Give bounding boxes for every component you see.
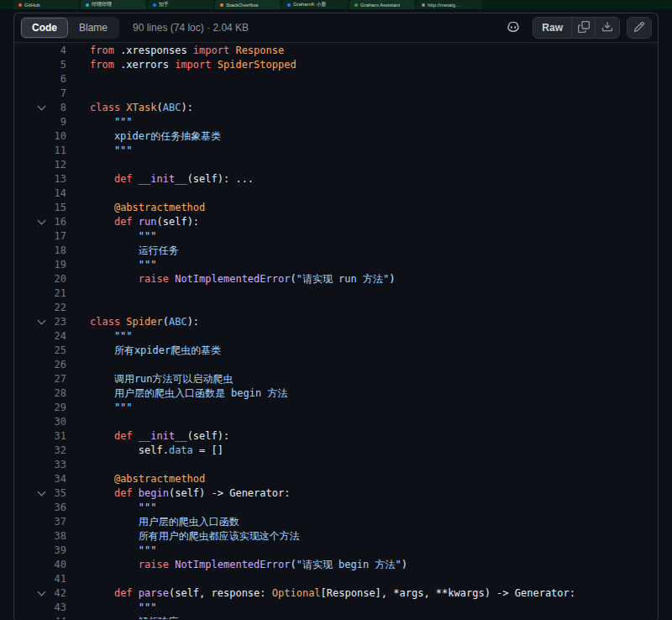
browser-tab[interactable]: 哔哩哔哩 bbox=[81, 0, 146, 9]
line-number[interactable]: 21 bbox=[48, 286, 66, 301]
browser-tab[interactable]: GitHub bbox=[13, 0, 79, 9]
fold-chevron-placeholder bbox=[34, 444, 48, 458]
line-number[interactable]: 28 bbox=[48, 386, 66, 401]
code-line: 24 """ bbox=[14, 329, 658, 344]
code-line-text: from .xresponses import Response bbox=[90, 44, 284, 58]
fold-chevron-placeholder bbox=[34, 386, 48, 401]
copilot-button[interactable] bbox=[501, 17, 526, 39]
line-number[interactable]: 37 bbox=[48, 515, 66, 529]
fold-chevron-icon[interactable] bbox=[34, 586, 48, 601]
line-number[interactable]: 34 bbox=[48, 472, 66, 486]
fold-chevron-icon[interactable] bbox=[34, 215, 48, 229]
browser-tab-bar: GitHub哔哩哔哩知乎StackOverflowGrahamK 小册Graha… bbox=[0, 0, 672, 9]
line-number[interactable]: 7 bbox=[48, 87, 66, 101]
download-icon bbox=[601, 21, 613, 35]
code-line-text: 运行任务 bbox=[90, 244, 179, 258]
code-line: 11 """ bbox=[14, 144, 658, 158]
line-number[interactable]: 31 bbox=[48, 429, 66, 444]
line-number[interactable]: 39 bbox=[48, 544, 66, 558]
fold-chevron-placeholder bbox=[34, 72, 48, 87]
browser-tab[interactable]: GrahamK 小册 bbox=[282, 0, 348, 9]
line-number[interactable]: 6 bbox=[48, 72, 66, 87]
code-line-text: 所有用户的爬虫都应该实现这个方法 bbox=[90, 529, 300, 544]
line-number[interactable]: 15 bbox=[48, 201, 66, 215]
tab-title: http://metalg… bbox=[428, 3, 460, 8]
line-number[interactable]: 30 bbox=[48, 415, 66, 429]
code-line-text: raise NotImplementedError("请实现 run 方法") bbox=[90, 272, 395, 286]
code-line: 18 运行任务 bbox=[14, 244, 658, 258]
line-number[interactable]: 38 bbox=[48, 529, 66, 544]
line-number[interactable]: 8 bbox=[48, 101, 66, 115]
line-number[interactable]: 26 bbox=[48, 358, 66, 372]
line-number[interactable]: 40 bbox=[48, 558, 66, 572]
code-line-text: """ bbox=[90, 544, 156, 558]
line-number[interactable]: 35 bbox=[48, 486, 66, 501]
tab-title: GrahamK 小册 bbox=[293, 1, 326, 8]
code-line-text: 所有xpider爬虫的基类 bbox=[90, 344, 221, 358]
browser-tab[interactable]: StackOverflow bbox=[215, 0, 281, 9]
line-number[interactable]: 32 bbox=[48, 444, 66, 458]
line-number[interactable]: 22 bbox=[48, 301, 66, 315]
browser-tab[interactable]: Graham Assistant bbox=[349, 0, 415, 9]
code-line: 8class XTask(ABC): bbox=[14, 101, 658, 115]
line-number[interactable]: 4 bbox=[48, 44, 66, 58]
line-number[interactable]: 17 bbox=[48, 229, 66, 244]
line-number[interactable]: 27 bbox=[48, 372, 66, 386]
copy-raw-button[interactable] bbox=[572, 18, 596, 38]
browser-tab[interactable]: http://metalg… bbox=[417, 0, 482, 9]
file-actions: Raw bbox=[501, 17, 652, 39]
line-number[interactable]: 12 bbox=[48, 158, 66, 172]
fold-chevron-placeholder bbox=[34, 344, 48, 358]
line-number[interactable]: 43 bbox=[48, 601, 66, 615]
line-number[interactable]: 33 bbox=[48, 458, 66, 472]
fold-chevron-icon[interactable] bbox=[34, 315, 48, 329]
tab-blame[interactable]: Blame bbox=[68, 18, 118, 38]
line-number[interactable]: 13 bbox=[48, 172, 66, 187]
github-page: Code Blame 90 lines (74 loc) · 2.04 KB R bbox=[0, 9, 672, 619]
line-number[interactable]: 23 bbox=[48, 315, 66, 329]
tab-favicon bbox=[422, 3, 425, 7]
code-line: 23class Spider(ABC): bbox=[14, 315, 658, 329]
raw-button[interactable]: Raw bbox=[533, 18, 572, 38]
code-blame-toggle: Code Blame bbox=[20, 17, 119, 39]
line-number[interactable]: 44 bbox=[48, 615, 66, 619]
line-number[interactable]: 18 bbox=[48, 244, 66, 258]
tab-favicon bbox=[220, 3, 223, 7]
fold-chevron-placeholder bbox=[34, 472, 48, 486]
code-line: 19 """ bbox=[14, 258, 658, 272]
fold-chevron-placeholder bbox=[34, 229, 48, 244]
line-number[interactable]: 5 bbox=[48, 58, 66, 72]
code-line-text: def parse(self, response: Optional[Respo… bbox=[90, 586, 575, 601]
line-number[interactable]: 20 bbox=[48, 272, 66, 286]
line-number[interactable]: 9 bbox=[48, 115, 66, 129]
tab-title: 知乎 bbox=[159, 1, 169, 8]
code-line: 10 xpider的任务抽象基类 bbox=[14, 129, 658, 144]
line-number[interactable]: 36 bbox=[48, 501, 66, 515]
download-raw-button[interactable] bbox=[596, 18, 619, 38]
copy-icon bbox=[578, 21, 590, 35]
fold-chevron-icon[interactable] bbox=[34, 486, 48, 501]
line-number[interactable]: 10 bbox=[48, 129, 66, 144]
line-number[interactable]: 11 bbox=[48, 144, 66, 158]
code-line: 30 bbox=[14, 415, 658, 429]
code-line: 40 raise NotImplementedError("请实现 begin … bbox=[14, 558, 658, 572]
fold-chevron-icon[interactable] bbox=[34, 101, 48, 115]
pencil-icon bbox=[633, 21, 645, 35]
line-number[interactable]: 19 bbox=[48, 258, 66, 272]
code-line-text: """ bbox=[90, 229, 156, 244]
tab-code[interactable]: Code bbox=[21, 18, 68, 38]
code-line: 42 def parse(self, response: Optional[Re… bbox=[14, 586, 658, 601]
line-number[interactable]: 24 bbox=[48, 329, 66, 344]
line-number[interactable]: 42 bbox=[48, 586, 66, 601]
code-line-text: def __init__(self): bbox=[90, 429, 229, 444]
tab-favicon bbox=[18, 3, 22, 7]
browser-tab[interactable]: 知乎 bbox=[148, 0, 213, 9]
code-line: 28 用户层的爬虫入口函数是 begin 方法 bbox=[14, 386, 658, 401]
line-number[interactable]: 41 bbox=[48, 572, 66, 586]
edit-pencil-button[interactable] bbox=[627, 18, 651, 38]
line-number[interactable]: 16 bbox=[48, 215, 66, 229]
code-line: 39 """ bbox=[14, 544, 658, 558]
line-number[interactable]: 29 bbox=[48, 401, 66, 415]
line-number[interactable]: 25 bbox=[48, 344, 66, 358]
line-number[interactable]: 14 bbox=[48, 187, 66, 201]
